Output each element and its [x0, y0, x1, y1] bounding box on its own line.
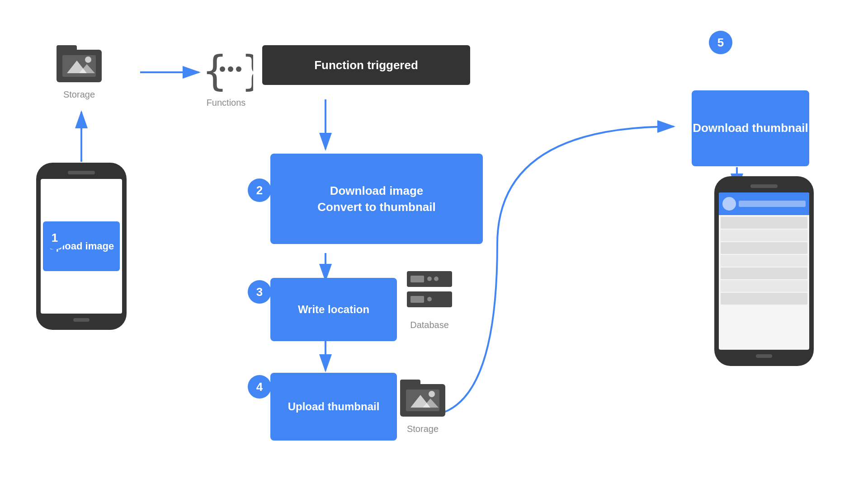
storage-icon-top: Storage — [54, 36, 104, 100]
list-row-1 — [721, 217, 807, 229]
function-triggered-label: Function triggered — [314, 58, 418, 72]
list-row-2 — [721, 230, 807, 241]
svg-point-30 — [429, 391, 435, 397]
phone-left-home — [73, 318, 90, 322]
database-label: Database — [410, 320, 449, 330]
svg-point-14 — [220, 66, 225, 72]
svg-rect-23 — [410, 296, 424, 303]
phone-left-notch — [68, 171, 95, 174]
list-row-4 — [721, 255, 807, 267]
svg-point-16 — [236, 66, 241, 72]
download-image-box: Download image Convert to thumbnail — [270, 154, 483, 244]
download-thumbnail-box: Download thumbnail — [692, 90, 809, 166]
storage-folder-icon-top — [54, 36, 104, 86]
phone-right-screen-content — [719, 192, 809, 350]
database-icon: Database — [402, 267, 457, 330]
write-location-box: Write location — [270, 278, 397, 341]
upload-thumbnail-box: Upload thumbnail — [270, 373, 397, 441]
database-svg — [402, 267, 457, 316]
svg-rect-24 — [427, 297, 432, 301]
step4-badge: 4 — [248, 375, 271, 399]
svg-rect-20 — [427, 277, 432, 281]
list-row-5 — [721, 267, 807, 279]
svg-text:}: } — [241, 47, 253, 94]
phone-right-screen — [719, 192, 809, 350]
step5-badge: 5 — [709, 31, 732, 54]
phone-right — [714, 176, 814, 366]
svg-point-15 — [228, 66, 233, 72]
header-line — [739, 201, 806, 207]
svg-rect-19 — [410, 276, 424, 282]
phone-right-rows — [719, 215, 809, 350]
phone-right-notch — [750, 184, 778, 188]
step2-badge: 2 — [248, 178, 271, 202]
svg-rect-26 — [400, 380, 420, 389]
phone-right-header — [719, 192, 809, 215]
download-thumbnail-label: Download thumbnail — [693, 121, 808, 136]
svg-rect-8 — [57, 45, 77, 54]
function-triggered-box: Function triggered — [262, 45, 470, 85]
step3-badge: 3 — [248, 280, 271, 304]
storage-icon-bottom: Storage — [398, 371, 448, 434]
storage-folder-icon-bottom — [398, 371, 448, 420]
functions-label: Functions — [207, 98, 246, 108]
diagram-container: Storage { } Functions Function triggered… — [0, 0, 868, 488]
list-row-6 — [721, 280, 807, 292]
functions-braces-icon: { } — [199, 40, 253, 94]
write-location-label: Write location — [298, 302, 369, 316]
list-row-3 — [721, 242, 807, 254]
download-image-label: Download image Convert to thumbnail — [317, 183, 435, 216]
storage-top-label: Storage — [63, 89, 95, 100]
upload-thumbnail-label: Upload thumbnail — [288, 399, 380, 413]
svg-rect-21 — [434, 277, 439, 281]
phone-right-circle — [722, 197, 736, 211]
functions-icon: { } Functions — [199, 40, 253, 108]
list-row-7 — [721, 293, 807, 305]
phone-right-home — [756, 354, 772, 358]
svg-point-12 — [85, 56, 91, 63]
step1-badge: 1 — [43, 226, 66, 249]
storage-bottom-label: Storage — [407, 424, 439, 434]
